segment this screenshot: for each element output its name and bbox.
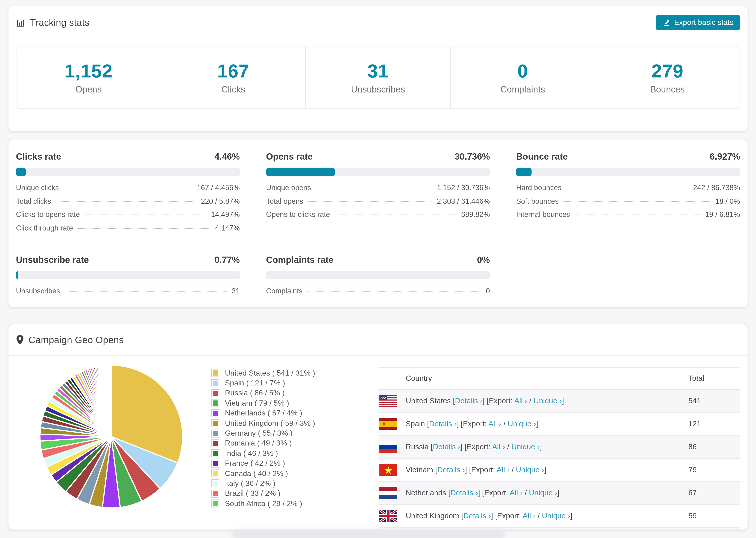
bracket: [ <box>427 420 429 428</box>
export-all-link[interactable]: All › <box>514 397 527 405</box>
rate-value: 0.77% <box>215 255 240 265</box>
legend-item-netherlands: Netherlands ( 67 / 4% ) <box>211 408 315 418</box>
ru-flag-icon <box>379 440 397 454</box>
rate-row-label: Total opens <box>266 197 303 205</box>
dotted-leader <box>316 188 432 188</box>
column-country: Country <box>378 374 688 383</box>
export-unique-link[interactable]: Unique › <box>529 489 557 497</box>
country-cell: Netherlands [Details ›] [Export: All › /… <box>406 489 688 497</box>
export-unique-link[interactable]: Unique › <box>533 397 562 405</box>
export-all-link[interactable]: All › <box>488 420 501 428</box>
bracket: ] [ <box>478 489 484 497</box>
geo-table-row <box>378 528 740 530</box>
rate-row-value: 4.147% <box>215 224 240 232</box>
rate-row-click-through-rate: Click through rate4.147% <box>16 224 240 237</box>
legend-item-brazil: Brazil ( 33 / 2% ) <box>211 488 315 499</box>
rate-rows: Unsubscribes31 <box>16 287 240 300</box>
legend-swatch <box>211 379 219 387</box>
dotted-leader <box>308 201 432 202</box>
export-icon <box>662 19 670 27</box>
export-unique-link[interactable]: Unique › <box>516 466 544 474</box>
rate-title: Opens rate <box>266 152 313 162</box>
rates-grid: Clicks rate4.46%Unique clicks167 / 4.456… <box>9 139 747 300</box>
rate-value: 6.927% <box>710 152 740 162</box>
export-all-link[interactable]: All › <box>510 489 523 497</box>
rate-row-total-opens: Total opens2,303 / 61.446% <box>266 197 490 210</box>
gb-flag-icon <box>379 510 397 522</box>
export-all-link[interactable]: All › <box>497 466 510 474</box>
progress-bar <box>16 168 240 176</box>
pie-slice-other-59[interactable] <box>111 365 111 437</box>
stat-label: Clicks <box>221 84 245 95</box>
export-button-label: Export basic stats <box>674 18 733 27</box>
details-link[interactable]: Details › <box>463 512 491 520</box>
geo-table: Country Total United States [Details ›] … <box>378 367 740 530</box>
export-prefix: Export: <box>497 512 523 520</box>
details-link[interactable]: Details › <box>437 466 465 474</box>
country-name: United States <box>406 397 453 405</box>
country-cell: Vietnam [Details ›] [Export: All › / Uni… <box>406 466 688 474</box>
stat-value: 1,152 <box>65 60 113 81</box>
legend-item-germany: Germany ( 55 / 3% ) <box>211 428 315 439</box>
dotted-leader <box>56 201 196 202</box>
export-unique-link[interactable]: Unique › <box>512 443 540 451</box>
geo-body: United States ( 541 / 31% )Spain ( 121 /… <box>9 356 747 530</box>
stat-value: 167 <box>217 60 249 81</box>
rate-row-clicks-to-opens-rate: Clicks to opens rate14.497% <box>16 210 240 224</box>
legend-label: United Kingdom ( 59 / 3% ) <box>225 419 315 427</box>
rate-row-label: Complaints <box>266 287 302 295</box>
rate-row-opens-to-clicks-rate: Opens to clicks rate689.82% <box>266 210 490 224</box>
dotted-leader <box>78 228 210 228</box>
details-link[interactable]: Details › <box>455 397 482 405</box>
export-all-link[interactable]: All › <box>523 512 536 520</box>
rate-title: Unsubscribe rate <box>16 255 89 265</box>
legend-swatch <box>211 450 219 457</box>
nl-flag-icon <box>379 486 397 500</box>
legend-item-vietnam: Vietnam ( 79 / 5% ) <box>211 398 315 408</box>
details-link[interactable]: Details › <box>450 489 478 497</box>
rate-row-label: Opens to clicks rate <box>266 210 330 219</box>
legend-label: India ( 46 / 3% ) <box>225 449 278 458</box>
legend-swatch <box>211 429 219 437</box>
rate-row-total-clicks: Total clicks220 / 5.87% <box>16 197 240 210</box>
legend-item-india: India ( 46 / 3% ) <box>211 448 315 458</box>
details-link[interactable]: Details › <box>433 443 460 451</box>
es-flag-icon <box>379 417 397 430</box>
dotted-leader <box>335 215 457 215</box>
legend-label: Canada ( 40 / 2% ) <box>225 469 288 478</box>
page-title: Tracking stats <box>30 17 89 28</box>
rate-row-value: 220 / 5.87% <box>201 197 240 205</box>
bracket: ] <box>570 512 572 520</box>
total-cell: 121 <box>688 420 740 428</box>
horizontal-scrollbar[interactable] <box>233 530 505 538</box>
rate-head: Opens rate30.736% <box>266 152 490 162</box>
rate-row-label: Hard bounces <box>516 184 562 192</box>
legend-label: France ( 42 / 2% ) <box>225 459 285 467</box>
export-all-link[interactable]: All › <box>492 443 505 451</box>
export-unique-link[interactable]: Unique › <box>542 512 570 520</box>
slash: / <box>505 443 512 451</box>
legend-swatch <box>211 399 219 407</box>
rate-row-label: Click through rate <box>16 224 73 232</box>
export-unique-link[interactable]: Unique › <box>508 420 536 428</box>
progress-bar <box>16 271 240 279</box>
legend-label: Germany ( 55 / 3% ) <box>225 429 293 438</box>
legend-swatch <box>211 419 219 427</box>
dotted-leader <box>64 188 192 188</box>
geo-table-row-united-kingdom: United Kingdom [Details ›] [Export: All … <box>378 505 740 528</box>
progress-bar <box>266 271 490 279</box>
legend-label: Italy ( 36 / 2% ) <box>225 479 275 488</box>
geo-table-row-netherlands: Netherlands [Details ›] [Export: All › /… <box>378 482 740 505</box>
export-basic-stats-button[interactable]: Export basic stats <box>656 15 740 30</box>
legend-item-france: France ( 42 / 2% ) <box>211 458 315 468</box>
legend-label: Romania ( 49 / 3% ) <box>225 439 292 448</box>
total-cell: 541 <box>688 397 740 405</box>
legend-item-romania: Romania ( 49 / 3% ) <box>211 438 315 448</box>
legend-swatch <box>211 409 219 417</box>
legend-item-spain: Spain ( 121 / 7% ) <box>211 378 315 388</box>
bracket: [ <box>461 512 463 520</box>
bracket: ] [ <box>482 397 489 405</box>
stat-value: 0 <box>517 60 528 81</box>
details-link[interactable]: Details › <box>429 420 457 428</box>
legend-swatch <box>211 480 219 488</box>
